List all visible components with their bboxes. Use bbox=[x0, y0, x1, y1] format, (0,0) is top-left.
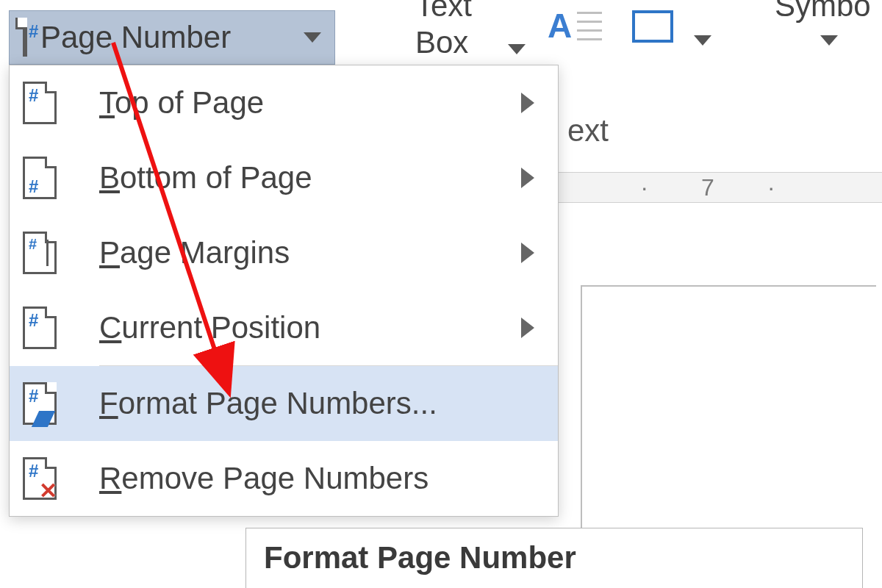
text-box-label-bottom: Box bbox=[415, 25, 468, 60]
page-hash-bottom-icon: # bbox=[23, 157, 79, 199]
page-hash-top-icon: # bbox=[23, 82, 79, 124]
menu-item-page-margins[interactable]: # Page Margins bbox=[10, 215, 558, 290]
page-hash-format-icon: # bbox=[23, 382, 79, 425]
menu-item-label: Current Position bbox=[79, 310, 521, 345]
tooltip-title: Format Page Number bbox=[264, 540, 845, 576]
page-number-label: Page Number bbox=[40, 20, 286, 55]
page-number-dropdown-menu: # Top of Page # Bottom of Page # Page Ma… bbox=[9, 65, 559, 517]
menu-item-label: Bottom of Page bbox=[79, 160, 521, 196]
chevron-right-icon bbox=[521, 243, 534, 263]
menu-item-label: Top of Page bbox=[79, 85, 521, 121]
menu-item-label: Remove Page Numbers bbox=[79, 461, 540, 496]
chevron-down-icon bbox=[304, 32, 321, 43]
menu-item-format-page-numbers[interactable]: # Format Page Numbers... bbox=[10, 366, 558, 441]
object-icon[interactable] bbox=[632, 10, 673, 43]
menu-item-label: Format Page Numbers... bbox=[79, 386, 540, 421]
page-hash-remove-icon: #✕ bbox=[23, 457, 79, 500]
horizontal-ruler: · 7 · bbox=[557, 172, 882, 203]
document-page-edge bbox=[581, 285, 876, 566]
chevron-down-icon[interactable] bbox=[820, 35, 838, 46]
drop-cap-icon[interactable]: A bbox=[548, 6, 602, 46]
ruler-tick-number: 7 bbox=[701, 174, 738, 201]
menu-item-top-of-page[interactable]: # Top of Page bbox=[10, 65, 558, 140]
chevron-right-icon bbox=[521, 93, 534, 113]
page-number-dropdown-button[interactable]: # Page Number bbox=[9, 10, 335, 65]
page-number-icon: # bbox=[23, 20, 27, 55]
tooltip-format-page-number: Format Page Number Change how the page n… bbox=[245, 528, 863, 588]
symbol-label-cropped: Symbo bbox=[775, 0, 871, 24]
page-hash-current-icon: # bbox=[23, 306, 79, 349]
text-box-label-top: Text bbox=[415, 0, 472, 24]
menu-item-current-position[interactable]: # Current Position bbox=[10, 290, 558, 365]
chevron-right-icon bbox=[521, 168, 534, 188]
screenshot-root: # Page Number Text Box A Symbo ext · 7 ·… bbox=[0, 0, 882, 588]
chevron-down-icon[interactable] bbox=[694, 35, 711, 46]
page-hash-margin-icon: # bbox=[23, 232, 79, 274]
chevron-right-icon bbox=[521, 318, 534, 338]
text-group-label-fragment: ext bbox=[567, 113, 609, 148]
menu-item-remove-page-numbers[interactable]: #✕ Remove Page Numbers bbox=[10, 441, 558, 516]
menu-item-label: Page Margins bbox=[79, 235, 521, 270]
menu-item-bottom-of-page[interactable]: # Bottom of Page bbox=[10, 140, 558, 215]
chevron-down-icon[interactable] bbox=[508, 44, 526, 54]
